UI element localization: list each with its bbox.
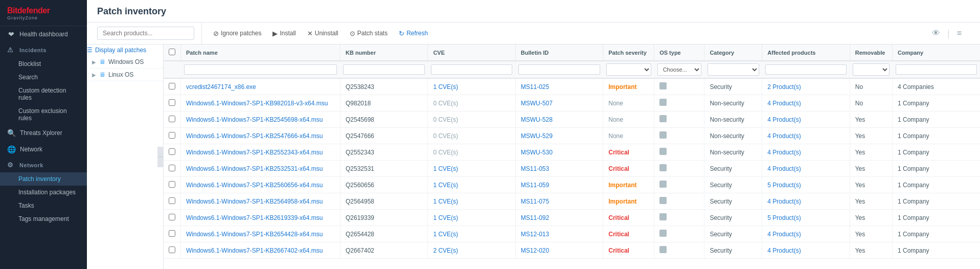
patch-name-link[interactable]: Windows6.1-Windows7-SP1-KB2560656-x64.ms…: [186, 182, 323, 189]
patch-name-link[interactable]: Windows6.1-Windows7-SP1-KB2654428-x64.ms…: [186, 231, 323, 238]
select-all-header[interactable]: [164, 44, 181, 61]
cve-value[interactable]: 1 CVE(s): [433, 182, 458, 189]
filter-products[interactable]: [765, 64, 847, 75]
row-checkbox[interactable]: [169, 99, 175, 106]
row-checkbox-cell[interactable]: [164, 78, 181, 95]
row-checkbox-cell[interactable]: [164, 144, 181, 161]
sidebar-item-search[interactable]: Search: [0, 71, 87, 84]
patch-name-link[interactable]: Windows6.1-Windows7-SP1-KB2545698-x64.ms…: [186, 116, 323, 123]
tree-item-linux[interactable]: ▶ 🖥 Linux OS: [87, 69, 163, 81]
company-link[interactable]: 1 Company: [898, 182, 929, 189]
filter-severity[interactable]: Critical Important None: [606, 63, 651, 76]
ignore-patches-button[interactable]: ⊘ Ignore patches: [208, 27, 266, 40]
sidebar-item-tasks[interactable]: Tasks: [0, 199, 87, 212]
products-link[interactable]: 4 Product(s): [767, 116, 801, 123]
row-checkbox-cell[interactable]: [164, 111, 181, 128]
company-link[interactable]: 1 Company: [898, 165, 929, 172]
bulletin-link[interactable]: MS11-053: [521, 165, 549, 172]
company-link[interactable]: 1 Company: [898, 247, 929, 254]
display-all-link[interactable]: ☰ Display all patches: [87, 44, 163, 56]
row-checkbox-cell[interactable]: [164, 95, 181, 111]
filter-os-type[interactable]: Choose...: [657, 63, 701, 76]
row-checkbox-cell[interactable]: [164, 193, 181, 210]
company-link[interactable]: 1 Company: [898, 116, 929, 123]
sidebar-item-custom-exclusion[interactable]: Custom exclusion rules: [0, 104, 87, 125]
visibility-icon[interactable]: 👁: [930, 27, 942, 40]
products-link[interactable]: 2 Product(s): [767, 83, 801, 91]
patch-name-link[interactable]: vcredist2467174_x86.exe: [186, 83, 256, 91]
sidebar-section-incidents[interactable]: ⚠ Incidents: [0, 42, 87, 57]
company-link[interactable]: 4 Companies: [898, 83, 934, 91]
sidebar-item-custom-detection[interactable]: Custom detection rules: [0, 84, 87, 104]
bulletin-link[interactable]: MS12-020: [521, 247, 549, 254]
products-link[interactable]: 4 Product(s): [767, 247, 801, 254]
patch-name-link[interactable]: Windows6.1-Windows7-SP1-KB2667402-x64.ms…: [186, 247, 323, 254]
filter-company[interactable]: [896, 64, 977, 75]
company-link[interactable]: 1 Company: [898, 100, 929, 107]
bulletin-link[interactable]: MSWU-507: [521, 100, 553, 107]
bulletin-link[interactable]: MS11-075: [521, 198, 549, 205]
cve-value[interactable]: 1 CVE(s): [433, 165, 458, 172]
bulletin-link[interactable]: MS11-092: [521, 214, 549, 221]
refresh-button[interactable]: ↻ Refresh: [394, 27, 433, 40]
products-link[interactable]: 4 Product(s): [767, 198, 801, 205]
bulletin-link[interactable]: MSWU-528: [521, 116, 553, 123]
columns-icon[interactable]: ≡: [955, 27, 964, 40]
row-checkbox[interactable]: [169, 181, 175, 188]
row-checkbox[interactable]: [169, 83, 175, 89]
bulletin-link[interactable]: MSWU-530: [521, 149, 553, 156]
sidebar-item-blocklist[interactable]: Blocklist: [0, 57, 87, 71]
row-checkbox-cell[interactable]: [164, 226, 181, 242]
patch-name-link[interactable]: Windows6.1-Windows7-SP1-KB982018-v3-x64.…: [186, 100, 328, 107]
cve-value[interactable]: 1 CVE(s): [433, 83, 458, 91]
row-checkbox[interactable]: [169, 148, 175, 155]
filter-cve[interactable]: [431, 64, 512, 75]
company-link[interactable]: 1 Company: [898, 198, 929, 205]
cve-value[interactable]: 1 CVE(s): [433, 214, 458, 221]
products-link[interactable]: 4 Product(s): [767, 231, 801, 238]
bulletin-link[interactable]: MS11-025: [521, 83, 549, 91]
sidebar-item-patch-inventory[interactable]: Patch inventory: [0, 172, 87, 186]
patch-name-link[interactable]: Windows6.1-Windows7-SP1-KB2532531-x64.ms…: [186, 165, 323, 172]
uninstall-button[interactable]: ✕ Uninstall: [302, 27, 344, 40]
filter-patch-name[interactable]: [184, 64, 337, 75]
patch-name-link[interactable]: Windows6.1-Windows7-SP1-KB2547666-x64.ms…: [186, 132, 323, 140]
row-checkbox-cell[interactable]: [164, 128, 181, 144]
row-checkbox[interactable]: [169, 214, 175, 220]
row-checkbox[interactable]: [169, 246, 175, 253]
row-checkbox[interactable]: [169, 116, 175, 122]
cve-value[interactable]: 2 CVE(s): [433, 247, 458, 254]
row-checkbox-cell[interactable]: [164, 242, 181, 259]
products-link[interactable]: 4 Product(s): [767, 149, 801, 156]
select-all-checkbox[interactable]: [169, 49, 175, 55]
company-link[interactable]: 1 Company: [898, 231, 929, 238]
tree-item-windows[interactable]: ▶ 🖥 Windows OS: [87, 56, 163, 69]
search-products-input[interactable]: [97, 27, 194, 40]
products-link[interactable]: 5 Product(s): [767, 214, 801, 221]
company-link[interactable]: 1 Company: [898, 149, 929, 156]
patch-name-link[interactable]: Windows6.1-Windows7-SP1-KB2619339-x64.ms…: [186, 214, 323, 221]
bulletin-link[interactable]: MS12-013: [521, 231, 549, 238]
filter-kb[interactable]: [343, 64, 424, 75]
bulletin-link[interactable]: MS11-059: [521, 182, 549, 189]
patch-stats-button[interactable]: ⊙ Patch stats: [345, 27, 393, 40]
row-checkbox-cell[interactable]: [164, 161, 181, 177]
patch-name-link[interactable]: Windows6.1-Windows7-SP1-KB2552343-x64.ms…: [186, 149, 323, 156]
collapse-handle[interactable]: ···: [157, 147, 164, 167]
sidebar-item-health-dashboard[interactable]: ❤ Health dashboard: [0, 26, 87, 42]
row-checkbox[interactable]: [169, 230, 175, 237]
row-checkbox[interactable]: [169, 132, 175, 139]
products-link[interactable]: 4 Product(s): [767, 100, 801, 107]
patch-name-link[interactable]: Windows6.1-Windows7-SP1-KB2564958-x64.ms…: [186, 198, 323, 205]
products-link[interactable]: 5 Product(s): [767, 182, 801, 189]
install-button[interactable]: ▶ Install: [267, 27, 301, 40]
sidebar-item-installation-packages[interactable]: Installation packages: [0, 186, 87, 199]
filter-bulletin[interactable]: [518, 64, 600, 75]
sidebar-item-threats-xplorer[interactable]: 🔍 Threats Xplorer: [0, 125, 87, 141]
row-checkbox-cell[interactable]: [164, 210, 181, 226]
sidebar-section-network-2[interactable]: ⚙ Network: [0, 158, 87, 172]
sidebar-item-network-1[interactable]: 🌐 Network: [0, 141, 87, 158]
bulletin-link[interactable]: MSWU-529: [521, 132, 553, 140]
filter-category[interactable]: Security Non-security: [708, 63, 759, 76]
row-checkbox[interactable]: [169, 197, 175, 204]
